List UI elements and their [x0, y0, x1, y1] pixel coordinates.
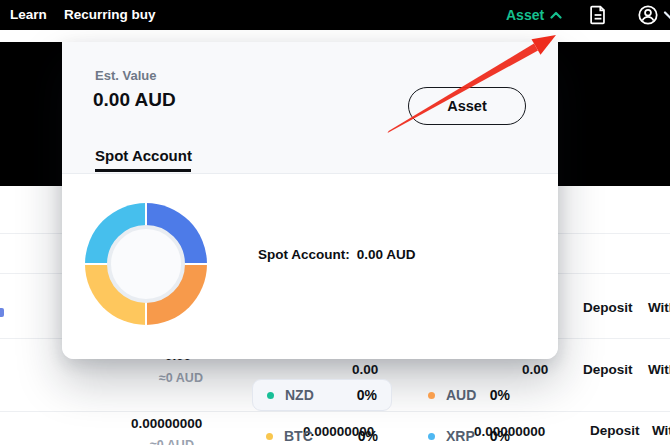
- spot-summary-value: 0.00 AUD: [357, 247, 416, 262]
- withdraw-link[interactable]: Withdraw: [648, 362, 670, 377]
- legend-item-xrp[interactable]: XRP 0%: [414, 420, 524, 445]
- allocation-donut-chart: [85, 203, 207, 325]
- deposit-link[interactable]: Deposit: [583, 362, 633, 377]
- legend-pct: 0%: [357, 387, 377, 403]
- favorite-star-icon[interactable]: [0, 308, 4, 317]
- tab-active-underline: [95, 169, 191, 172]
- legend-code: XRP: [446, 428, 490, 444]
- est-value-amount: 0.00 AUD: [93, 89, 176, 111]
- table-divider: [0, 411, 670, 412]
- est-value-label: Est. Value: [95, 68, 156, 83]
- legend-code: AUD: [446, 387, 490, 403]
- spot-account-summary: Spot Account:0.00 AUD: [258, 247, 416, 262]
- deposit-link[interactable]: Deposit: [583, 300, 633, 315]
- legend-pct: 0%: [490, 387, 510, 403]
- deposit-link[interactable]: Deposit: [590, 423, 640, 438]
- legend-code: BTC: [284, 428, 358, 444]
- nav-asset-label: Asset: [506, 7, 544, 23]
- legend-item-aud[interactable]: AUD 0%: [414, 379, 524, 411]
- nav-item-asset[interactable]: Asset: [506, 7, 562, 23]
- table-cell-available: 0.00: [352, 362, 378, 377]
- donut-hole: [107, 225, 185, 303]
- legend-pct: 0%: [358, 428, 378, 444]
- legend-item-nzd[interactable]: NZD 0%: [252, 379, 392, 411]
- xrp-dot-icon: [428, 433, 435, 440]
- legend-code: NZD: [285, 387, 357, 403]
- document-icon[interactable]: [587, 4, 609, 26]
- withdraw-link[interactable]: Withdraw: [648, 300, 670, 315]
- nzd-dot-icon: [267, 392, 274, 399]
- spot-account-section: Spot Account:0.00 AUD NZD 0% AUD 0% BTC …: [62, 174, 558, 359]
- asset-dropdown-panel: Est. Value 0.00 AUD Asset Spot Account S…: [62, 42, 558, 359]
- tab-spot-account[interactable]: Spot Account: [95, 147, 192, 164]
- asset-button[interactable]: Asset: [408, 87, 526, 125]
- nav-item-learn[interactable]: Learn: [10, 7, 47, 22]
- top-navbar: Learn Recurring buy Asset: [0, 0, 670, 30]
- withdraw-link[interactable]: Withdraw: [652, 423, 670, 438]
- aud-dot-icon: [428, 392, 435, 399]
- table-cell-fiat-value: ≈0 AUD: [150, 438, 194, 445]
- account-icon[interactable]: [637, 4, 659, 26]
- legend-pct: 0%: [490, 428, 510, 444]
- nav-item-recurring-buy[interactable]: Recurring buy: [64, 7, 156, 22]
- page-gap: [0, 30, 670, 42]
- table-cell-inorder: 0.00: [522, 362, 548, 377]
- chevron-down-icon[interactable]: [663, 10, 670, 20]
- chevron-up-icon: [550, 11, 562, 19]
- btc-dot-icon: [266, 433, 273, 440]
- screen: Deposit Withdraw 0.00 ≈0 AUD 0.00 0.00 D…: [0, 0, 670, 445]
- table-cell-fiat-value: ≈0 AUD: [159, 371, 203, 385]
- legend-item-btc[interactable]: BTC 0%: [252, 420, 392, 445]
- table-cell-balance: 0.00000000: [131, 416, 202, 431]
- spot-summary-label: Spot Account:: [258, 247, 350, 262]
